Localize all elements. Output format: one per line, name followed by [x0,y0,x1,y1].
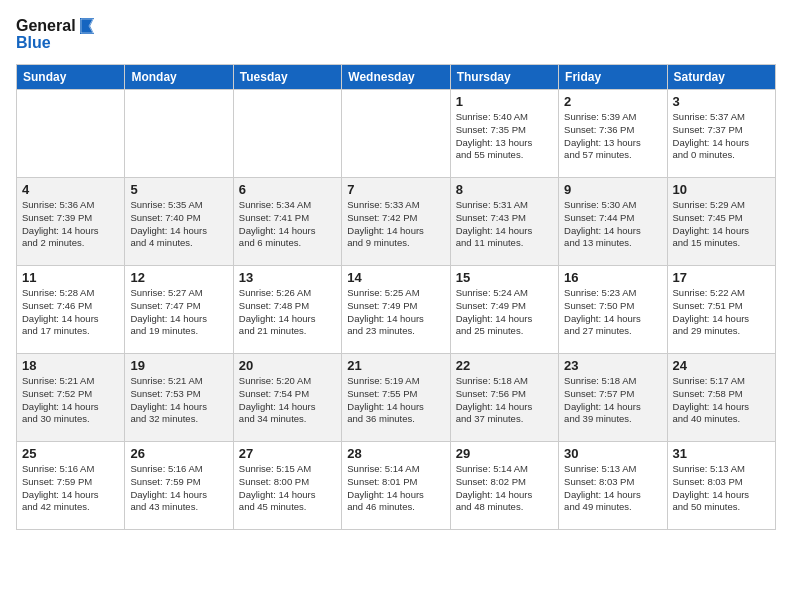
day-info: Sunrise: 5:36 AM Sunset: 7:39 PM Dayligh… [22,199,119,250]
day-number: 6 [239,182,336,197]
day-number: 30 [564,446,661,461]
day-number: 28 [347,446,444,461]
calendar-week-row: 25Sunrise: 5:16 AM Sunset: 7:59 PM Dayli… [17,442,776,530]
day-number: 15 [456,270,553,285]
calendar-cell: 20Sunrise: 5:20 AM Sunset: 7:54 PM Dayli… [233,354,341,442]
logo-flag-icon [78,16,98,36]
day-info: Sunrise: 5:18 AM Sunset: 7:56 PM Dayligh… [456,375,553,426]
day-number: 12 [130,270,227,285]
day-info: Sunrise: 5:21 AM Sunset: 7:52 PM Dayligh… [22,375,119,426]
day-info: Sunrise: 5:34 AM Sunset: 7:41 PM Dayligh… [239,199,336,250]
logo: General Blue [16,16,98,52]
day-number: 24 [673,358,770,373]
calendar-week-row: 18Sunrise: 5:21 AM Sunset: 7:52 PM Dayli… [17,354,776,442]
page-header: General Blue [16,16,776,52]
day-info: Sunrise: 5:17 AM Sunset: 7:58 PM Dayligh… [673,375,770,426]
calendar-cell [342,90,450,178]
weekday-header-saturday: Saturday [667,65,775,90]
day-info: Sunrise: 5:25 AM Sunset: 7:49 PM Dayligh… [347,287,444,338]
day-info: Sunrise: 5:13 AM Sunset: 8:03 PM Dayligh… [673,463,770,514]
calendar-cell: 12Sunrise: 5:27 AM Sunset: 7:47 PM Dayli… [125,266,233,354]
day-number: 22 [456,358,553,373]
day-number: 8 [456,182,553,197]
weekday-header-tuesday: Tuesday [233,65,341,90]
calendar-cell: 17Sunrise: 5:22 AM Sunset: 7:51 PM Dayli… [667,266,775,354]
calendar-week-row: 4Sunrise: 5:36 AM Sunset: 7:39 PM Daylig… [17,178,776,266]
calendar-cell: 1Sunrise: 5:40 AM Sunset: 7:35 PM Daylig… [450,90,558,178]
day-number: 11 [22,270,119,285]
day-info: Sunrise: 5:26 AM Sunset: 7:48 PM Dayligh… [239,287,336,338]
calendar-cell: 3Sunrise: 5:37 AM Sunset: 7:37 PM Daylig… [667,90,775,178]
calendar-cell: 4Sunrise: 5:36 AM Sunset: 7:39 PM Daylig… [17,178,125,266]
day-info: Sunrise: 5:29 AM Sunset: 7:45 PM Dayligh… [673,199,770,250]
calendar-cell: 27Sunrise: 5:15 AM Sunset: 8:00 PM Dayli… [233,442,341,530]
calendar-cell: 14Sunrise: 5:25 AM Sunset: 7:49 PM Dayli… [342,266,450,354]
weekday-header-row: SundayMondayTuesdayWednesdayThursdayFrid… [17,65,776,90]
calendar-week-row: 11Sunrise: 5:28 AM Sunset: 7:46 PM Dayli… [17,266,776,354]
day-info: Sunrise: 5:14 AM Sunset: 8:01 PM Dayligh… [347,463,444,514]
calendar-cell: 8Sunrise: 5:31 AM Sunset: 7:43 PM Daylig… [450,178,558,266]
day-info: Sunrise: 5:37 AM Sunset: 7:37 PM Dayligh… [673,111,770,162]
day-number: 9 [564,182,661,197]
calendar-cell: 25Sunrise: 5:16 AM Sunset: 7:59 PM Dayli… [17,442,125,530]
calendar-cell: 19Sunrise: 5:21 AM Sunset: 7:53 PM Dayli… [125,354,233,442]
calendar-cell: 30Sunrise: 5:13 AM Sunset: 8:03 PM Dayli… [559,442,667,530]
day-info: Sunrise: 5:30 AM Sunset: 7:44 PM Dayligh… [564,199,661,250]
calendar-cell: 16Sunrise: 5:23 AM Sunset: 7:50 PM Dayli… [559,266,667,354]
day-info: Sunrise: 5:35 AM Sunset: 7:40 PM Dayligh… [130,199,227,250]
day-info: Sunrise: 5:20 AM Sunset: 7:54 PM Dayligh… [239,375,336,426]
calendar-cell: 23Sunrise: 5:18 AM Sunset: 7:57 PM Dayli… [559,354,667,442]
day-number: 14 [347,270,444,285]
calendar-cell: 5Sunrise: 5:35 AM Sunset: 7:40 PM Daylig… [125,178,233,266]
weekday-header-wednesday: Wednesday [342,65,450,90]
day-number: 29 [456,446,553,461]
calendar-cell: 26Sunrise: 5:16 AM Sunset: 7:59 PM Dayli… [125,442,233,530]
day-info: Sunrise: 5:39 AM Sunset: 7:36 PM Dayligh… [564,111,661,162]
calendar-cell: 22Sunrise: 5:18 AM Sunset: 7:56 PM Dayli… [450,354,558,442]
calendar-table: SundayMondayTuesdayWednesdayThursdayFrid… [16,64,776,530]
day-info: Sunrise: 5:16 AM Sunset: 7:59 PM Dayligh… [22,463,119,514]
calendar-cell: 24Sunrise: 5:17 AM Sunset: 7:58 PM Dayli… [667,354,775,442]
calendar-week-row: 1Sunrise: 5:40 AM Sunset: 7:35 PM Daylig… [17,90,776,178]
day-number: 1 [456,94,553,109]
day-number: 16 [564,270,661,285]
day-info: Sunrise: 5:22 AM Sunset: 7:51 PM Dayligh… [673,287,770,338]
weekday-header-friday: Friday [559,65,667,90]
day-number: 2 [564,94,661,109]
calendar-cell: 11Sunrise: 5:28 AM Sunset: 7:46 PM Dayli… [17,266,125,354]
calendar-cell: 29Sunrise: 5:14 AM Sunset: 8:02 PM Dayli… [450,442,558,530]
calendar-cell: 28Sunrise: 5:14 AM Sunset: 8:01 PM Dayli… [342,442,450,530]
day-number: 21 [347,358,444,373]
calendar-cell: 6Sunrise: 5:34 AM Sunset: 7:41 PM Daylig… [233,178,341,266]
day-info: Sunrise: 5:13 AM Sunset: 8:03 PM Dayligh… [564,463,661,514]
calendar-cell: 9Sunrise: 5:30 AM Sunset: 7:44 PM Daylig… [559,178,667,266]
day-number: 25 [22,446,119,461]
day-number: 17 [673,270,770,285]
day-info: Sunrise: 5:31 AM Sunset: 7:43 PM Dayligh… [456,199,553,250]
day-info: Sunrise: 5:40 AM Sunset: 7:35 PM Dayligh… [456,111,553,162]
day-info: Sunrise: 5:24 AM Sunset: 7:49 PM Dayligh… [456,287,553,338]
day-number: 19 [130,358,227,373]
day-info: Sunrise: 5:15 AM Sunset: 8:00 PM Dayligh… [239,463,336,514]
calendar-cell: 2Sunrise: 5:39 AM Sunset: 7:36 PM Daylig… [559,90,667,178]
calendar-cell: 13Sunrise: 5:26 AM Sunset: 7:48 PM Dayli… [233,266,341,354]
weekday-header-thursday: Thursday [450,65,558,90]
day-info: Sunrise: 5:14 AM Sunset: 8:02 PM Dayligh… [456,463,553,514]
day-info: Sunrise: 5:19 AM Sunset: 7:55 PM Dayligh… [347,375,444,426]
day-number: 10 [673,182,770,197]
day-info: Sunrise: 5:21 AM Sunset: 7:53 PM Dayligh… [130,375,227,426]
day-info: Sunrise: 5:23 AM Sunset: 7:50 PM Dayligh… [564,287,661,338]
day-number: 27 [239,446,336,461]
svg-marker-0 [80,18,94,34]
calendar-cell: 21Sunrise: 5:19 AM Sunset: 7:55 PM Dayli… [342,354,450,442]
logo-general-text: General [16,17,76,35]
day-number: 26 [130,446,227,461]
day-info: Sunrise: 5:33 AM Sunset: 7:42 PM Dayligh… [347,199,444,250]
day-info: Sunrise: 5:28 AM Sunset: 7:46 PM Dayligh… [22,287,119,338]
day-number: 31 [673,446,770,461]
weekday-header-sunday: Sunday [17,65,125,90]
day-info: Sunrise: 5:16 AM Sunset: 7:59 PM Dayligh… [130,463,227,514]
calendar-cell: 31Sunrise: 5:13 AM Sunset: 8:03 PM Dayli… [667,442,775,530]
weekday-header-monday: Monday [125,65,233,90]
day-number: 20 [239,358,336,373]
